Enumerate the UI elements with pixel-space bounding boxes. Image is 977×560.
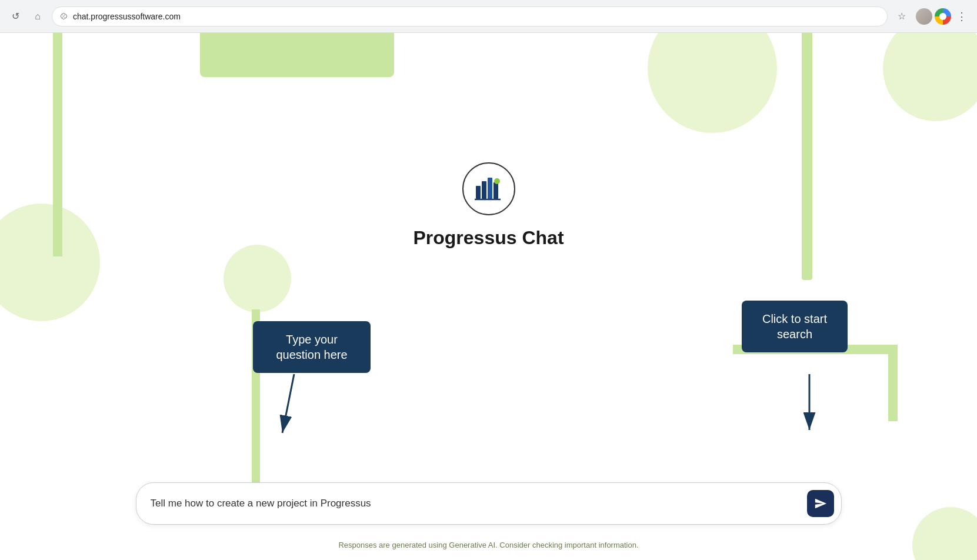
send-icon xyxy=(814,497,827,510)
svg-rect-0 xyxy=(476,186,481,199)
logo-svg xyxy=(472,173,505,205)
tooltip-type-question: Type your question here xyxy=(253,321,371,373)
svg-rect-2 xyxy=(488,178,492,199)
svg-rect-1 xyxy=(482,181,486,199)
chat-input[interactable] xyxy=(151,498,807,509)
chat-input-wrapper xyxy=(136,482,842,525)
arrow-type-question xyxy=(265,374,312,451)
svg-rect-3 xyxy=(493,182,498,199)
app-title-container: Progressus Chat xyxy=(413,227,563,249)
deco-line-right xyxy=(802,33,812,280)
tooltip-click-search: Click to start search xyxy=(742,301,848,352)
deco-circle-top-right xyxy=(648,33,777,133)
deco-circle-bottom-right xyxy=(912,507,977,560)
svg-point-4 xyxy=(494,178,500,184)
profile-avatar[interactable] xyxy=(916,8,932,25)
deco-circle-top-corner xyxy=(883,33,977,121)
input-area xyxy=(136,482,842,525)
deco-circle-center-left xyxy=(224,245,291,312)
home-button[interactable]: ⌂ xyxy=(29,8,46,25)
deco-top-bar xyxy=(200,33,394,77)
app-logo xyxy=(462,162,515,215)
deco-circle-left xyxy=(0,204,100,321)
app-title: Progressus Chat xyxy=(413,227,563,249)
arrow-click-search xyxy=(786,374,833,439)
url-text: chat.progressussoftware.com xyxy=(73,12,879,21)
extensions-icon[interactable]: ⋮ xyxy=(953,8,970,25)
disclaimer: Responses are generated using Generative… xyxy=(338,541,638,549)
url-icon: ⛒ xyxy=(61,12,68,21)
bookmark-button[interactable]: ☆ xyxy=(893,8,910,25)
url-bar[interactable]: ⛒ chat.progressussoftware.com xyxy=(52,6,888,26)
send-button[interactable] xyxy=(807,490,834,517)
browser-right-icons: ⋮ xyxy=(916,8,970,25)
chrome-icon xyxy=(935,8,951,25)
reload-button[interactable]: ↺ xyxy=(7,8,24,25)
deco-line-bottom-v xyxy=(888,345,898,421)
page-content: Progressus Chat Type your question here … xyxy=(0,33,977,560)
browser-chrome: ↺ ⌂ ⛒ chat.progressussoftware.com ☆ ⋮ xyxy=(0,0,977,33)
deco-line-left xyxy=(53,33,62,256)
